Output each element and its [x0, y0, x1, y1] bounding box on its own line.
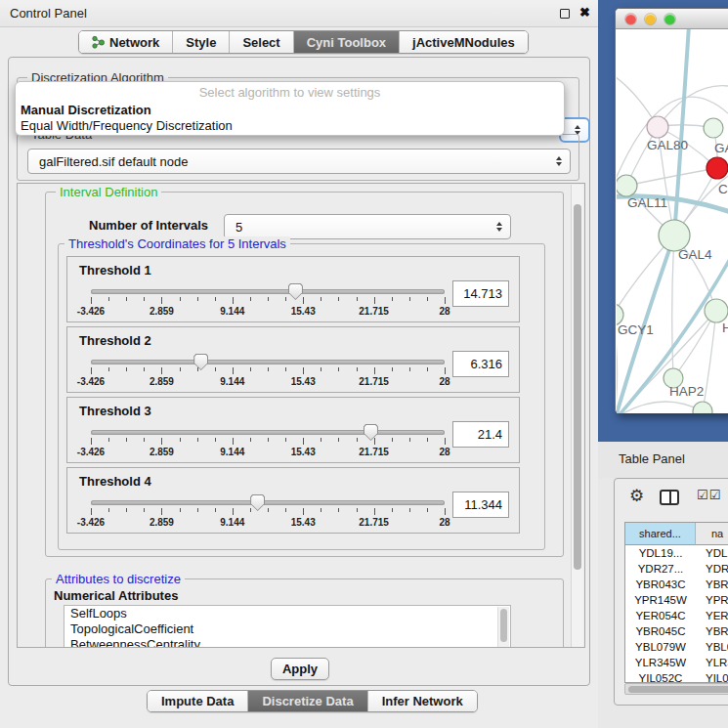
threshold-slider[interactable]: -3.4262.8599.14415.4321.71528 [91, 282, 445, 320]
tick-mark [126, 297, 127, 301]
tick-label: 9.144 [220, 447, 244, 457]
tick-mark [409, 297, 410, 301]
table-row[interactable]: YLR345WYLR345W [625, 655, 728, 670]
numerical-attributes-list[interactable]: SelfLoopsTopologicalCoefficientBetweenne… [64, 605, 511, 648]
float-window-icon[interactable] [560, 9, 570, 19]
interval-definition-group-title: Interval Definition [56, 185, 161, 199]
tick-mark [215, 367, 216, 371]
network-node-label: GA [714, 141, 728, 155]
close-icon[interactable]: ✖ [579, 5, 590, 20]
tick-mark [180, 367, 181, 371]
settings-scrollpane: Interval Definition Number of Intervals … [17, 183, 585, 648]
tab-select[interactable]: Select [229, 31, 292, 53]
tick-mark [374, 508, 375, 515]
settings-scrollbar-thumb[interactable] [574, 204, 581, 570]
table-row[interactable]: YDR27...YDR27... [625, 561, 728, 577]
attributes-group: Attributes to discretize Numerical Attri… [45, 578, 564, 648]
cell-name: YER054C [696, 608, 728, 623]
tick-mark [233, 367, 234, 374]
threshold-value-field[interactable]: 11.344 [452, 492, 509, 518]
algorithm-popup-item[interactable]: Equal Width/Frequency Discretization [16, 118, 564, 134]
tick-label: 2.859 [150, 306, 174, 317]
apply-button[interactable]: Apply [271, 658, 329, 680]
tick-mark [285, 367, 286, 371]
control-panel-title: Control Panel [10, 6, 87, 21]
settings-vertical-scrollbar[interactable] [571, 185, 583, 648]
tick-mark [321, 438, 321, 442]
minimize-traffic-light[interactable] [645, 14, 656, 24]
tick-label: 15.43 [291, 306, 316, 317]
select-columns-icon[interactable]: ☑☑ [697, 488, 721, 502]
table-horizontal-scrollbar[interactable] [624, 683, 728, 695]
attributes-scrollbar-thumb[interactable] [500, 609, 507, 642]
network-edge[interactable] [703, 311, 716, 411]
table-panel-title: Table Panel [619, 451, 685, 466]
number-of-intervals-label: Number of Intervals [89, 218, 208, 233]
combo-arrows-icon [496, 222, 502, 232]
tick-mark [108, 297, 109, 301]
threshold-value-field[interactable]: 6.316 [452, 351, 509, 377]
tick-mark [250, 297, 251, 301]
column-header-name[interactable]: na [696, 523, 728, 545]
network-node[interactable] [647, 116, 668, 138]
zoom-traffic-light[interactable] [664, 14, 675, 24]
network-node[interactable] [707, 157, 728, 179]
threshold-value-field[interactable]: 14.713 [452, 280, 509, 307]
tick-label: 28 [439, 376, 450, 387]
table-data-combo[interactable]: galFiltered.sif default node [27, 149, 571, 174]
tick-mark [161, 438, 162, 445]
threshold-slider[interactable]: -3.4262.8599.14415.4321.71528 [91, 493, 445, 531]
table-row[interactable]: YPR145WYPR145W [625, 592, 728, 608]
algorithm-popup-item[interactable]: Manual Discretization [16, 103, 564, 118]
tab-network[interactable]: Network [79, 31, 172, 53]
threshold-slider[interactable]: -3.4262.8599.14415.4321.71528 [91, 423, 445, 460]
slider-tick-labels: -3.4262.8599.14415.4321.71528 [91, 306, 445, 318]
network-node[interactable] [705, 299, 728, 322]
threshold-label: Threshold 2 [79, 333, 151, 348]
table-hscrollbar-thumb[interactable] [628, 686, 728, 693]
attribute-list-item[interactable]: BetweennessCentrality [64, 637, 510, 648]
table-row[interactable]: YDL19...YDL19... [625, 545, 728, 561]
attributes-group-title: Attributes to discretize [52, 572, 185, 586]
thresholds-group-title: Threshold's Coordinates for 5 Intervals [64, 236, 290, 251]
tick-mark [357, 297, 358, 301]
table-row[interactable]: YIL052CYIL052C [625, 670, 728, 682]
tick-mark [338, 508, 339, 512]
attributes-list-scrollbar[interactable] [497, 607, 509, 648]
column-header-shared-name[interactable]: shared... [625, 523, 696, 545]
close-traffic-light[interactable] [625, 14, 636, 24]
threshold-slider[interactable]: -3.4262.8599.14415.4321.71528 [91, 353, 445, 390]
bottom-tab-infer-network[interactable]: Infer Network [367, 691, 477, 711]
gear-icon[interactable]: ⚙ [629, 486, 644, 506]
threshold-value-field[interactable]: 21.4 [452, 421, 509, 448]
network-node[interactable] [704, 118, 723, 138]
table-row[interactable]: YBL079WYBL079W [625, 639, 728, 655]
tick-mark [268, 367, 269, 371]
numerical-attributes-label: Numerical Attributes [54, 588, 178, 603]
table-row[interactable]: YER054CYER054C [625, 608, 728, 623]
node-table-header: shared... na [625, 523, 728, 545]
network-canvas[interactable]: GAL80GACGAL11GAL4GCY1HHAP2 [617, 29, 728, 413]
cell-shared-name: YDR27... [625, 561, 696, 577]
network-node-label: HAP2 [669, 384, 704, 399]
tick-mark [126, 438, 127, 442]
attribute-list-item[interactable]: SelfLoops [64, 606, 510, 621]
table-row[interactable]: YBR045CYBR045C [625, 623, 728, 639]
tick-mark [303, 508, 304, 515]
tick-mark [161, 297, 162, 304]
bottom-tab-impute-data[interactable]: Impute Data [148, 691, 247, 711]
tick-label: 15.43 [291, 517, 316, 528]
tab-style[interactable]: Style [172, 31, 229, 53]
network-node[interactable] [693, 402, 712, 413]
network-node[interactable] [617, 175, 637, 196]
bottom-tab-discretize-data[interactable]: Discretize Data [247, 691, 366, 711]
cell-shared-name: YBR045C [625, 623, 696, 639]
tab-cyni-toolbox[interactable]: Cyni Toolbox [293, 31, 399, 53]
split-columns-icon[interactable] [660, 490, 679, 505]
attribute-list-item[interactable]: TopologicalCoefficient [64, 621, 510, 637]
tab-label: jActiveMNodules [412, 35, 515, 50]
table-row[interactable]: YBR043CYBR043C [625, 577, 728, 592]
tab-jactivemnodules[interactable]: jActiveMNodules [399, 31, 528, 53]
algorithm-popup-placeholder: Select algorithm to view settings [16, 85, 564, 103]
network-edge[interactable] [626, 168, 717, 186]
